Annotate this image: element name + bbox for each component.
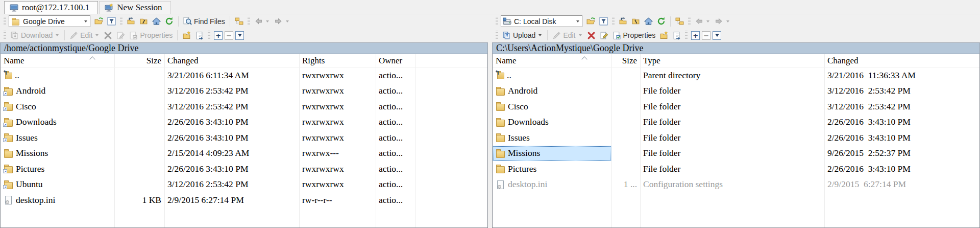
right-drive-combo[interactable]: C: Local Disk bbox=[501, 15, 582, 27]
column-divider[interactable] bbox=[611, 54, 612, 227]
column-header-size[interactable]: Size bbox=[611, 56, 640, 66]
toolbar-separator bbox=[177, 30, 178, 40]
file-row[interactable]: Missions2/15/2014 4:09:23 AMrwxrwx---act… bbox=[1, 146, 487, 162]
filter-button[interactable] bbox=[598, 15, 609, 28]
cell-changed: 2/26/2016 3:43:10 PM bbox=[824, 161, 979, 177]
refresh-button[interactable] bbox=[655, 15, 667, 28]
new-file-button[interactable] bbox=[671, 29, 682, 41]
file-row[interactable]: DownloadsFile folder2/26/2016 3:43:10 PM bbox=[493, 115, 979, 130]
rename-button[interactable] bbox=[115, 29, 127, 41]
file-row[interactable]: CiscoFile folder3/12/2016 2:53:42 PM bbox=[493, 99, 979, 115]
synchronize-browsing-button[interactable] bbox=[233, 15, 245, 28]
column-header-owner[interactable]: Owner bbox=[376, 56, 415, 66]
cell-owner: actio... bbox=[376, 130, 415, 146]
file-row[interactable]: ↗Ubuntu3/12/2016 2:53:42 PMrwxrwxrwxacti… bbox=[1, 177, 487, 193]
properties-button[interactable]: Properties bbox=[611, 29, 657, 41]
toolbar-grip[interactable] bbox=[4, 17, 6, 26]
delete-button[interactable] bbox=[102, 29, 114, 41]
delete-button[interactable] bbox=[585, 29, 597, 41]
new-folder-icon bbox=[182, 31, 191, 40]
open-directory-button[interactable] bbox=[93, 15, 105, 28]
find-files-button[interactable]: Find Files bbox=[182, 15, 227, 28]
home-directory-button[interactable] bbox=[151, 15, 162, 28]
invert-selection-button[interactable] bbox=[713, 31, 721, 40]
open-directory-button[interactable] bbox=[585, 15, 597, 28]
edit-button[interactable]: Edit bbox=[551, 29, 584, 41]
properties-button[interactable]: Properties bbox=[128, 29, 174, 41]
file-row[interactable]: ↗Downloads2/26/2016 3:43:10 PMrwxrwxrwxa… bbox=[1, 115, 487, 130]
refresh-button[interactable] bbox=[163, 15, 175, 28]
column-divider[interactable] bbox=[824, 54, 825, 227]
file-row[interactable]: ↗Cisco3/12/2016 2:53:42 PMrwxrwxrwxactio… bbox=[1, 99, 487, 115]
column-header-name[interactable]: Name bbox=[1, 56, 114, 66]
column-divider[interactable] bbox=[299, 54, 300, 227]
column-header-changed[interactable]: Changed bbox=[824, 56, 979, 66]
file-row[interactable]: ↗Android3/12/2016 2:53:42 PMrwxrwxrwxact… bbox=[1, 83, 487, 99]
column-header-type[interactable]: Type bbox=[640, 56, 824, 66]
invert-selection-button[interactable] bbox=[235, 31, 244, 40]
file-row[interactable]: PicturesFile folder2/26/2016 3:43:10 PM bbox=[493, 161, 979, 177]
file-row[interactable]: ↗Pictures2/26/2016 3:43:10 PMrwxrwxrwxac… bbox=[1, 161, 487, 177]
column-header-changed[interactable]: Changed bbox=[164, 56, 299, 66]
column-divider[interactable] bbox=[376, 54, 376, 227]
root-directory-button[interactable] bbox=[630, 15, 642, 28]
new-folder-button[interactable] bbox=[181, 29, 192, 41]
column-header-name[interactable]: Name bbox=[493, 56, 611, 66]
parent-directory-button[interactable] bbox=[125, 15, 137, 28]
column-header-rights[interactable]: Rights bbox=[299, 56, 376, 66]
toolbar-grip[interactable] bbox=[496, 17, 498, 26]
new-folder-icon bbox=[659, 31, 668, 40]
home-directory-button[interactable] bbox=[643, 15, 654, 28]
toolbar-grip[interactable] bbox=[4, 31, 6, 40]
cell-changed: 2/26/2016 3:43:10 PM bbox=[164, 161, 299, 177]
toolbar-grip[interactable] bbox=[612, 17, 615, 26]
upload-button[interactable]: Upload bbox=[501, 29, 544, 41]
download-button[interactable]: Download bbox=[9, 29, 61, 41]
path-bar[interactable]: /home/actionmystique/Google Drive bbox=[0, 42, 488, 54]
new-file-button[interactable] bbox=[193, 29, 205, 41]
left-drive-label: Google Drive bbox=[23, 17, 81, 26]
path-bar[interactable]: C:\Users\ActionMystique\Google Drive bbox=[492, 42, 980, 54]
toolbar-grip[interactable] bbox=[248, 17, 250, 26]
toolbar-grip[interactable] bbox=[685, 31, 688, 40]
column-divider[interactable] bbox=[415, 54, 415, 227]
edit-button[interactable]: Edit bbox=[68, 29, 101, 41]
column-divider[interactable] bbox=[114, 54, 115, 227]
unselect-files-button[interactable]: − bbox=[225, 31, 233, 40]
toolbar-grip[interactable] bbox=[688, 17, 691, 26]
cell-changed: 3/12/2016 2:53:42 PM bbox=[824, 83, 979, 99]
file-row[interactable]: AndroidFile folder3/12/2016 2:53:42 PM bbox=[493, 83, 979, 99]
back-button[interactable] bbox=[693, 15, 712, 28]
new-folder-button[interactable] bbox=[658, 29, 670, 41]
tab-session-root[interactable]: root@172.17.100.1 bbox=[4, 1, 98, 14]
file-row[interactable]: ↗Issues2/26/2016 3:43:10 PMrwxrwxrwxacti… bbox=[1, 130, 487, 146]
remote-file-list: Name Size Changed Rights Owner ↰..3/21/2… bbox=[0, 54, 488, 228]
forward-button[interactable] bbox=[273, 15, 291, 28]
filter-button[interactable] bbox=[106, 15, 117, 28]
select-files-button[interactable]: + bbox=[214, 31, 223, 40]
unselect-files-button[interactable]: − bbox=[702, 31, 710, 40]
file-row[interactable]: MissionsFile folder9/26/2015 2:52:37 PM bbox=[493, 146, 979, 162]
synchronize-browsing-button[interactable] bbox=[674, 15, 685, 28]
toolbar-grip[interactable] bbox=[120, 17, 122, 26]
toolbar-grip[interactable] bbox=[208, 31, 210, 40]
file-row[interactable]: ↰..3/21/2016 6:11:34 AMrwxrwxrwxactio... bbox=[1, 67, 487, 83]
select-files-button[interactable]: + bbox=[691, 31, 700, 40]
column-divider[interactable] bbox=[640, 54, 641, 227]
parent-directory-button[interactable] bbox=[617, 15, 629, 28]
file-row[interactable]: IssuesFile folder2/26/2016 3:43:10 PM bbox=[493, 130, 979, 146]
file-row[interactable]: desktop.ini1 KB2/9/2015 6:27:14 PMrw-r--… bbox=[1, 192, 487, 208]
file-row[interactable]: ↰..Parent directory3/21/2016 11:36:33 AM bbox=[493, 67, 979, 83]
root-directory-button[interactable] bbox=[138, 15, 150, 28]
cell-changed: 2/26/2016 3:43:10 PM bbox=[164, 115, 299, 130]
forward-button[interactable] bbox=[713, 15, 732, 28]
tab-new-session[interactable]: New Session bbox=[99, 1, 170, 14]
file-row[interactable]: desktop.ini1 ...Configuration settings2/… bbox=[493, 177, 979, 193]
rename-button[interactable] bbox=[598, 29, 610, 41]
column-divider[interactable] bbox=[164, 54, 165, 227]
back-button[interactable] bbox=[253, 15, 272, 28]
column-header-size[interactable]: Size bbox=[114, 56, 164, 66]
file-name: Downloads bbox=[508, 117, 549, 127]
left-drive-combo[interactable]: Google Drive bbox=[9, 15, 90, 27]
toolbar-grip[interactable] bbox=[496, 31, 498, 40]
